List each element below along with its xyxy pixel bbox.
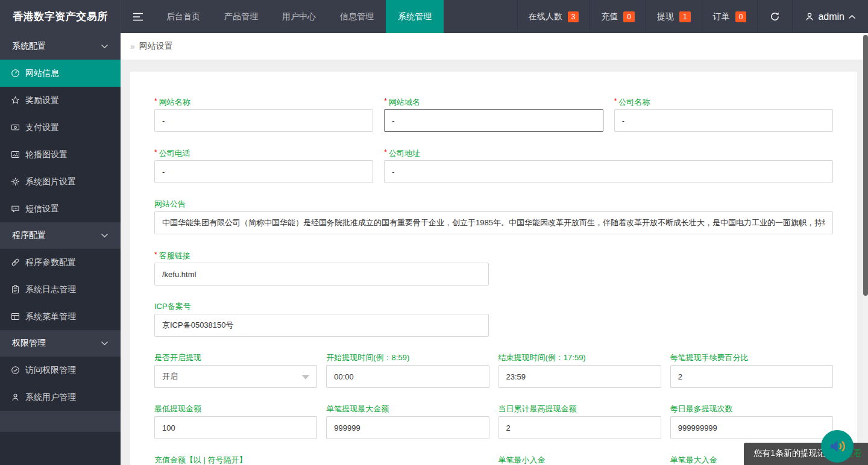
topbar-right: 在线人数 3 充值 0 提现 1 订单 0 admin — [517, 0, 868, 33]
group-label: 权限管理 — [12, 338, 46, 349]
withdraw-start-input[interactable] — [326, 365, 489, 388]
required-asterisk: * — [384, 97, 387, 105]
icp-number-input[interactable] — [154, 314, 489, 337]
user-menu[interactable]: admin — [792, 0, 868, 33]
select-value: 开启 — [162, 371, 178, 382]
company-address-input[interactable] — [384, 160, 833, 183]
status-orders[interactable]: 订单 0 — [702, 0, 758, 33]
company-name-input[interactable] — [614, 109, 833, 132]
sidebar-item-sms-settings[interactable]: 短信设置 — [0, 195, 121, 222]
sidebar-item-label: 轮播图设置 — [25, 149, 68, 160]
settings-form-card: *网站名称 *网站域名 *公司名称 *公司电话 *公司地址 — [130, 72, 857, 465]
group-label: 系统配置 — [12, 41, 46, 52]
sidebar-item-program-params[interactable]: 程序参数配置 — [0, 249, 121, 276]
field-label: 充值金额【以 | 符号隔开】 — [154, 455, 489, 464]
sidebar-item-access-permissions[interactable]: 访问权限管理 — [0, 357, 121, 384]
required-asterisk: * — [154, 97, 157, 105]
site-notice-input[interactable] — [154, 211, 833, 234]
withdraw-min-input[interactable] — [154, 416, 317, 439]
sidebar-item-site-info[interactable]: 网站信息 — [0, 60, 121, 87]
chevron-down-icon — [101, 44, 108, 49]
form-row: *公司电话 *公司地址 — [154, 148, 833, 183]
field-label: 开始提现时间(例：8:59) — [326, 353, 489, 362]
withdraw-end-input[interactable] — [498, 365, 661, 388]
nav-item-dashboard[interactable]: 后台首页 — [154, 0, 212, 33]
site-name-input[interactable] — [154, 109, 373, 132]
sidebar-group-children: 访问权限管理 系统用户管理 — [0, 357, 121, 411]
vertical-scrollbar — [863, 33, 868, 465]
username: admin — [818, 11, 844, 22]
chevron-down-icon — [101, 341, 108, 346]
withdraw-times-daily-input[interactable] — [670, 416, 833, 439]
refresh-button[interactable] — [757, 0, 792, 33]
status-badge: 1 — [679, 11, 691, 22]
service-link-input[interactable] — [154, 263, 489, 286]
status-badge: 3 — [568, 11, 579, 22]
withdraw-enabled-select[interactable]: 开启 — [154, 365, 317, 388]
sidebar-item-payment-settings[interactable]: 支付设置 — [0, 114, 121, 141]
field-withdraw-enabled: 是否开启提现 开启 — [154, 353, 317, 388]
status-label: 订单 — [713, 11, 730, 22]
sidebar-item-label: 奖励设置 — [25, 95, 59, 106]
withdraw-max-single-input[interactable] — [326, 416, 489, 439]
sidebar-item-carousel-settings[interactable]: 轮播图设置 — [0, 141, 121, 168]
status-label: 在线人数 — [529, 11, 562, 22]
sidebar-group-system-config[interactable]: 系统配置 — [0, 33, 121, 60]
field-recharge-amounts: 充值金额【以 | 符号隔开】 — [154, 455, 489, 465]
chevron-up-icon — [848, 14, 856, 19]
refresh-icon — [770, 11, 780, 22]
status-recharge[interactable]: 充值 0 — [590, 0, 646, 33]
sidebar-item-label: 系统日志管理 — [25, 284, 76, 295]
status-withdraw[interactable]: 提现 1 — [646, 0, 702, 33]
status-label: 提现 — [657, 11, 674, 22]
sidebar-group-permissions[interactable]: 权限管理 — [0, 330, 121, 357]
sidebar-item-reward-settings[interactable]: 奖励设置 — [0, 87, 121, 114]
nav-item-users[interactable]: 用户中心 — [270, 0, 328, 33]
sidebar-group-program-config[interactable]: 程序配置 — [0, 222, 121, 249]
topbar: 香港数字资产交易所 后台首页 产品管理 用户中心 信息管理 系统管理 在线人数 … — [0, 0, 868, 33]
sidebar-item-system-logs[interactable]: 系统日志管理 — [0, 276, 121, 303]
field-label: 单笔提现最大金额 — [326, 404, 489, 413]
status-badge: 0 — [623, 11, 635, 22]
sidebar-item-label: 系统用户管理 — [25, 392, 76, 403]
field-label: ICP备案号 — [154, 302, 489, 311]
sidebar-item-label: 系统图片设置 — [25, 176, 76, 187]
scrollbar-thumb[interactable] — [863, 35, 868, 296]
star-icon — [11, 96, 20, 105]
withdraw-fee-percent-input[interactable] — [670, 365, 833, 388]
field-label: 是否开启提现 — [154, 353, 317, 362]
menu-icon — [11, 312, 20, 321]
sidebar-item-system-menus[interactable]: 系统菜单管理 — [0, 303, 121, 330]
field-label: 结束提现时间(例：17:59) — [498, 353, 661, 362]
nav-item-products[interactable]: 产品管理 — [212, 0, 270, 33]
field-withdraw-end: 结束提现时间(例：17:59) — [498, 353, 661, 388]
site-domain-input[interactable] — [384, 109, 603, 132]
field-label: 每日最多提现次数 — [670, 404, 833, 413]
status-badge: 0 — [735, 11, 747, 22]
field-label: 网站公告 — [154, 199, 833, 208]
sidebar: 系统配置 网站信息 奖励设置 支付设置 轮播图设置 系统图片设置 短信设置 程序 — [0, 33, 121, 465]
field-label: *网站域名 — [384, 97, 603, 106]
sidebar-item-system-images[interactable]: 系统图片设置 — [0, 168, 121, 195]
company-phone-input[interactable] — [154, 160, 373, 183]
form-row: 充值金额【以 | 符号隔开】 单笔最小入金 单笔最大入金 — [154, 455, 833, 465]
sidebar-item-label: 网站信息 — [25, 68, 59, 79]
form-row: *客服链接 — [154, 251, 833, 286]
field-withdraw-times-daily: 每日最多提现次数 — [670, 404, 833, 439]
form-row: ICP备案号 — [154, 302, 833, 337]
withdraw-max-daily-input[interactable] — [498, 416, 661, 439]
hamburger-menu-icon[interactable] — [121, 0, 154, 33]
chevron-down-icon — [101, 233, 108, 238]
field-withdraw-max-daily: 当日累计最高提现金额 — [498, 404, 661, 439]
sidebar-footer — [0, 432, 121, 465]
sidebar-item-label: 短信设置 — [25, 204, 59, 214]
sidebar-item-system-users[interactable]: 系统用户管理 — [0, 384, 121, 411]
status-online-users[interactable]: 在线人数 3 — [517, 0, 590, 33]
main-nav: 后台首页 产品管理 用户中心 信息管理 系统管理 — [154, 0, 444, 33]
field-service-link: *客服链接 — [154, 251, 489, 286]
field-withdraw-fee-percent: 每笔提现手续费百分比 — [670, 353, 833, 388]
money-icon — [11, 123, 20, 132]
announcement-fab-button[interactable] — [821, 430, 854, 463]
nav-item-system[interactable]: 系统管理 — [386, 0, 444, 33]
nav-item-info[interactable]: 信息管理 — [328, 0, 386, 33]
